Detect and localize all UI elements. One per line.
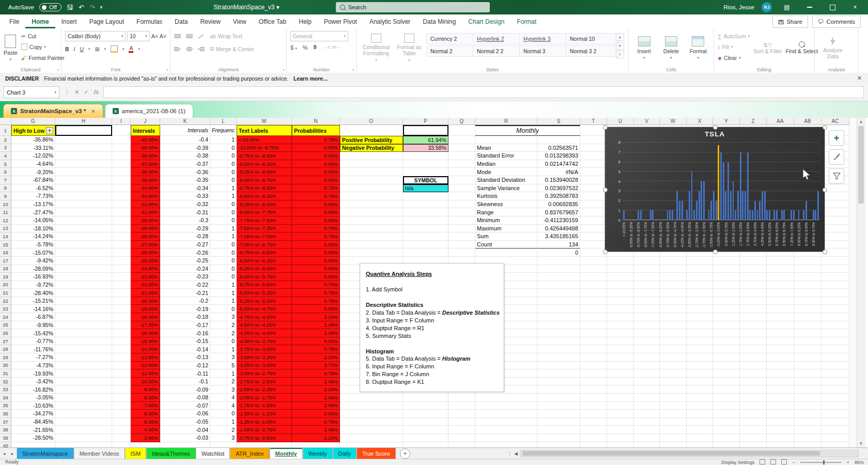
cell-V28[interactable] <box>634 345 660 353</box>
cell-G5[interactable]: -4.64% <box>11 160 55 168</box>
cell-Z29[interactable] <box>740 353 767 362</box>
document-tab-close-icon[interactable]: ✕ <box>91 109 95 114</box>
cell-K5[interactable]: -0.37 <box>160 160 210 168</box>
cell-S30[interactable] <box>537 362 580 370</box>
cell-J24[interactable]: -18.00% <box>131 313 160 321</box>
cell-AC26[interactable] <box>822 329 849 337</box>
cell-L5[interactable]: 0 <box>210 160 237 168</box>
cell-Y20[interactable] <box>713 281 740 289</box>
cell-J11[interactable]: -31.00% <box>131 208 160 216</box>
cell-N35[interactable]: 2.99% <box>292 402 340 410</box>
cell-L2[interactable]: 1 <box>210 136 237 144</box>
column-header-AA[interactable]: AA <box>767 118 794 125</box>
cell-V40[interactable] <box>634 442 660 447</box>
cell-N25[interactable]: 1.49% <box>292 321 340 330</box>
cell-W37[interactable] <box>660 418 687 426</box>
cell-H24[interactable] <box>55 313 112 321</box>
cell-N34[interactable]: 2.99% <box>292 394 340 402</box>
cell-W23[interactable] <box>660 305 687 313</box>
cell-Q12[interactable] <box>448 216 475 225</box>
cell-T5[interactable] <box>580 160 607 168</box>
cell-AA37[interactable] <box>767 418 794 426</box>
cell-T35[interactable] <box>580 402 607 410</box>
share-button[interactable]: 🖄 Share <box>772 16 808 28</box>
cell-Q11[interactable] <box>448 208 475 216</box>
row-header-27[interactable]: 27 <box>0 337 11 346</box>
cell-Q15[interactable] <box>448 241 475 249</box>
format-as-table-button[interactable]: Format as Table▾ <box>396 31 423 65</box>
gallery-up-icon[interactable]: ▲ <box>616 33 624 41</box>
style-normal-10[interactable]: Normal 10 <box>566 33 619 44</box>
sheet-tab-daily[interactable]: Daily <box>333 448 357 459</box>
cell-U37[interactable] <box>607 418 634 426</box>
cell-J32[interactable]: -10.00% <box>131 378 160 386</box>
cell-T18[interactable] <box>580 265 607 273</box>
cell-L9[interactable]: 1 <box>210 192 237 200</box>
cell-X36[interactable] <box>687 410 713 418</box>
cell-J8[interactable]: -34.00% <box>131 184 160 193</box>
cell-T38[interactable] <box>580 426 607 434</box>
cell-M27[interactable]: -4.00% to -3.75% <box>237 337 292 346</box>
cell-I39[interactable] <box>112 434 131 442</box>
cell-I15[interactable] <box>112 241 131 249</box>
row-header-8[interactable]: 8 <box>0 184 11 193</box>
cell-K25[interactable]: -0.17 <box>160 321 210 330</box>
cell-O9[interactable] <box>340 192 403 200</box>
cell-I7[interactable] <box>112 176 131 184</box>
cell-N4[interactable]: 0.00% <box>292 152 340 160</box>
cell-K13[interactable]: -0.29 <box>160 225 210 233</box>
cell-S34[interactable] <box>537 394 580 402</box>
cell-J20[interactable]: -22.00% <box>131 281 160 289</box>
cell-S20[interactable] <box>537 281 580 289</box>
cell-L12[interactable]: 0 <box>210 216 237 225</box>
cell-V32[interactable] <box>634 378 660 386</box>
cell-S40[interactable] <box>537 442 580 447</box>
cell-G34[interactable]: -3.05% <box>11 394 55 402</box>
cell-T34[interactable] <box>580 394 607 402</box>
cell-AC13[interactable] <box>822 225 849 233</box>
cell-L36[interactable]: 0 <box>210 410 237 418</box>
cell-L29[interactable]: 3 <box>210 353 237 362</box>
cell-I6[interactable] <box>112 168 131 176</box>
cell-Y21[interactable] <box>713 289 740 297</box>
cell-V22[interactable] <box>634 297 660 305</box>
cell-M11[interactable]: -8.00% to -7.75% <box>237 208 292 216</box>
quick-access-customize-icon[interactable]: ▾ <box>100 5 103 10</box>
cell-Y40[interactable] <box>713 442 740 447</box>
cell-N5[interactable]: 0.00% <box>292 160 340 168</box>
cell-S18[interactable] <box>537 265 580 273</box>
cell-H40[interactable] <box>55 442 112 447</box>
cell-X31[interactable] <box>687 369 713 378</box>
cell-Q4[interactable] <box>448 152 475 160</box>
cell-R10[interactable]: Skewness <box>475 200 537 209</box>
cell-Y28[interactable] <box>713 345 740 353</box>
cell-R36[interactable] <box>475 410 537 418</box>
column-header-P[interactable]: P <box>403 118 448 125</box>
cell-Q37[interactable] <box>448 418 475 426</box>
cell-AC10[interactable] <box>822 200 849 209</box>
row-header-4[interactable]: 4 <box>0 152 11 160</box>
cell-X20[interactable] <box>687 281 713 289</box>
cell-H32[interactable] <box>55 378 112 386</box>
cell-H35[interactable] <box>55 402 112 410</box>
alignment-dialog-launcher-icon[interactable]: ↘ <box>282 68 285 72</box>
cell-T30[interactable] <box>580 362 607 370</box>
cell-M36[interactable]: -1.50% to -1.25% <box>237 410 292 418</box>
close-button[interactable]: × <box>847 0 863 14</box>
ribbon-tab-help[interactable]: Help <box>292 14 318 28</box>
cell-H9[interactable] <box>55 192 112 200</box>
cell-Y36[interactable] <box>713 410 740 418</box>
cell-AC25[interactable] <box>822 321 849 330</box>
cell-M12[interactable]: -7.75% to -7.50% <box>237 216 292 225</box>
cell-N27[interactable]: 0.00% <box>292 337 340 346</box>
cell-J21[interactable]: -21.00% <box>131 289 160 297</box>
cell-AB33[interactable] <box>794 385 822 394</box>
cell-N7[interactable]: 0.00% <box>292 176 340 184</box>
row-header-30[interactable]: 30 <box>0 362 11 370</box>
cell-U40[interactable] <box>607 442 634 447</box>
number-format-select[interactable]: General▾ <box>290 31 348 41</box>
cell-P9[interactable] <box>403 192 448 200</box>
delete-cells-button[interactable]: Delete▾ <box>659 31 683 65</box>
cell-U39[interactable] <box>607 434 634 442</box>
cell-H14[interactable] <box>55 233 112 241</box>
